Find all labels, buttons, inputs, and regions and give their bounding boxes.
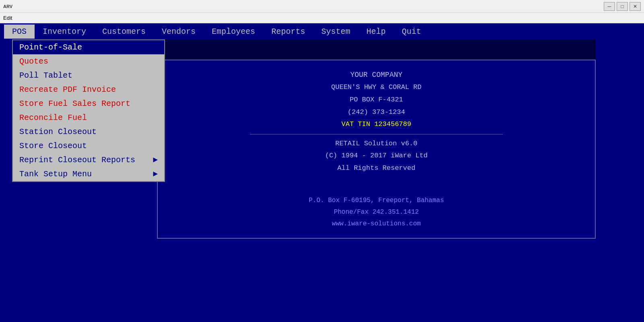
menu-item-reports[interactable]: Reports: [263, 25, 313, 39]
menu-item-help[interactable]: Help: [358, 25, 394, 39]
rights: All Rights Reserved: [166, 162, 587, 175]
phone: (242) 373-1234: [166, 106, 587, 119]
menu-item-customers[interactable]: Customers: [94, 25, 154, 39]
dropdown-item-point-of-sale[interactable]: Point-of-Sale: [13, 40, 164, 54]
dropdown-item-reprint-closeout[interactable]: Reprint Closeout Reports ►: [13, 153, 164, 167]
dropdown-item-station-closeout[interactable]: Station Closeout: [13, 125, 164, 139]
arrow-icon: ►: [153, 155, 158, 165]
title-bar-controls: ─ □ ✕: [604, 2, 641, 11]
company-name: YOUR COMPANY: [166, 68, 587, 81]
menu-item-pos[interactable]: POS: [4, 25, 35, 39]
info-text-block: YOUR COMPANY QUEEN'S HWY & CORAL RD PO B…: [166, 68, 587, 230]
product-name: RETAIL Solution v6.0: [166, 138, 587, 150]
dropdown-item-tank-setup[interactable]: Tank Setup Menu ►: [13, 167, 164, 181]
menu-item-quit[interactable]: Quit: [394, 25, 429, 39]
spacer: [166, 183, 587, 195]
phone-fax: Phone/Fax 242.351.1412: [166, 206, 587, 218]
divider: [250, 134, 503, 134]
main-content: Point-of-Sale Quotes Poll Tablet Recreat…: [0, 39, 644, 322]
dropdown-item-reconcile-fuel[interactable]: Reconcile Fuel: [13, 111, 164, 125]
edit-bar: Edit: [0, 13, 644, 23]
address1: QUEEN'S HWY & CORAL RD: [166, 81, 587, 94]
menu-item-system[interactable]: System: [313, 25, 358, 39]
edit-label: Edit: [3, 15, 12, 21]
vat-tin: VAT TIN 123456789: [166, 118, 587, 131]
menu-item-vendors[interactable]: Vendors: [154, 25, 204, 39]
dropdown-item-recreate-pdf[interactable]: Recreate PDF Invoice: [13, 83, 164, 97]
dropdown-item-store-fuel[interactable]: Store Fuel Sales Report: [13, 97, 164, 111]
menu-item-inventory[interactable]: Inventory: [35, 25, 94, 39]
dark-strip: [157, 39, 596, 60]
minimize-button[interactable]: ─: [604, 2, 615, 11]
pos-dropdown: Point-of-Sale Quotes Poll Tablet Recreat…: [12, 39, 165, 182]
dropdown-item-store-closeout[interactable]: Store Closeout: [13, 139, 164, 153]
po-box-company: P.O. Box F-60195, Freeport, Bahamas: [166, 195, 587, 206]
po-box: PO BOX F-4321: [166, 94, 587, 106]
maximize-button[interactable]: □: [617, 2, 628, 11]
info-panel: YOUR COMPANY QUEEN'S HWY & CORAL RD PO B…: [157, 60, 596, 239]
close-button[interactable]: ✕: [630, 2, 641, 11]
title-bar: ARV ─ □ ✕: [0, 0, 644, 13]
dropdown-item-poll-tablet[interactable]: Poll Tablet: [13, 68, 164, 83]
menu-item-employees[interactable]: Employees: [204, 25, 263, 39]
copyright: (C) 1994 - 2017 iWare Ltd: [166, 150, 587, 162]
arrow-icon-2: ►: [153, 169, 158, 179]
title-bar-left: ARV: [3, 4, 12, 9]
menu-bar: POS Inventory Customers Vendors Employee…: [0, 23, 644, 39]
website: www.iware-solutions.com: [166, 218, 587, 230]
app-logo: ARV: [3, 4, 12, 9]
dropdown-item-quotes[interactable]: Quotes: [13, 54, 164, 68]
